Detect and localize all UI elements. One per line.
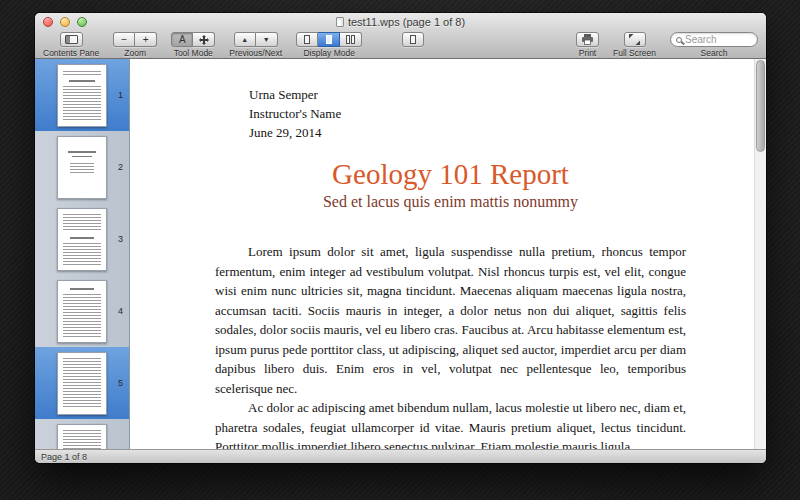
extra-tool-button[interactable] [402, 32, 424, 47]
thumbnail-row-partial[interactable] [35, 419, 129, 449]
print-label: Print [579, 48, 596, 58]
text-tool-icon: A [179, 34, 186, 45]
search-input[interactable] [685, 34, 745, 45]
contents-pane-button[interactable] [60, 32, 83, 47]
thumbnail-row-1[interactable]: 1 [35, 59, 129, 131]
extra-tool-icon [410, 35, 416, 44]
print-group: Print [576, 32, 599, 58]
full-screen-button[interactable] [624, 32, 646, 47]
text-select-tool-button[interactable]: A [171, 32, 193, 47]
contents-pane-group: Contents Pane [43, 32, 99, 58]
window-content: 1 2 3 [35, 59, 766, 449]
printer-icon [581, 34, 594, 45]
thumbnail-row-2[interactable]: 2 [35, 131, 129, 203]
previous-page-button[interactable]: ▲ [234, 32, 256, 47]
minus-icon: − [121, 34, 127, 45]
full-screen-label: Full Screen [613, 48, 656, 58]
window-controls [43, 17, 87, 27]
document-body: Lorem ipsum dolor sit amet, ligula suspe… [215, 242, 686, 449]
minimize-button[interactable] [60, 17, 70, 27]
thumbnails-sidebar: 1 2 3 [35, 59, 130, 449]
sidebar-panel-icon [65, 35, 78, 44]
previous-next-label: Previous/Next [229, 48, 282, 58]
continuous-page-icon [326, 35, 332, 44]
tool-mode-label: Tool Mode [174, 48, 213, 58]
search-icon [676, 37, 682, 43]
close-button[interactable] [43, 17, 53, 27]
author-block: Urna Semper Instructor's Name June 29, 2… [249, 85, 686, 142]
next-page-button[interactable]: ▼ [256, 32, 278, 47]
zoom-out-button[interactable]: − [113, 32, 135, 47]
app-window: test11.wps (page 1 of 8) Contents Pane −… [35, 13, 766, 463]
window-title: test11.wps (page 1 of 8) [336, 16, 465, 28]
tool-mode-group: A Tool Mode [171, 32, 215, 58]
page-number: 3 [118, 234, 123, 244]
up-arrow-icon: ▲ [241, 36, 248, 43]
window-chrome: test11.wps (page 1 of 8) Contents Pane −… [35, 13, 766, 59]
extra-tool-group [402, 32, 424, 47]
move-icon [199, 35, 209, 45]
paragraph: Ac dolor ac adipiscing amet bibendum nul… [215, 398, 686, 449]
document-date: June 29, 2014 [249, 123, 686, 142]
thumbnail-page [57, 352, 107, 415]
continuous-page-button[interactable] [318, 32, 340, 47]
page-number: 1 [118, 90, 123, 100]
facing-pages-button[interactable] [340, 32, 362, 47]
zoom-group: − + Zoom [113, 32, 157, 58]
document-icon [336, 17, 344, 27]
zoom-in-button[interactable]: + [135, 32, 157, 47]
print-button[interactable] [576, 32, 599, 47]
thumbnail-page [57, 208, 107, 271]
single-page-button[interactable] [296, 32, 318, 47]
document-title: Geology 101 Report [215, 158, 686, 191]
full-screen-group: Full Screen [613, 32, 656, 58]
thumbnail-page [57, 64, 107, 127]
search-field[interactable] [670, 32, 758, 47]
thumbnail-row-5[interactable]: 5 [35, 347, 129, 419]
thumbnail-page [57, 136, 107, 199]
pan-tool-button[interactable] [193, 32, 215, 47]
thumbnail-row-4[interactable]: 4 [35, 275, 129, 347]
titlebar: test11.wps (page 1 of 8) [35, 13, 766, 30]
zoom-window-button[interactable] [77, 17, 87, 27]
page-number: 2 [118, 162, 123, 172]
page-number: 5 [118, 378, 123, 388]
toolbar: Contents Pane − + Zoom A Tool Mode [35, 30, 766, 58]
instructor-name: Instructor's Name [249, 104, 686, 123]
contents-pane-label: Contents Pane [43, 48, 99, 58]
scrollbar-thumb[interactable] [756, 60, 765, 152]
display-mode-group: Display Mode [296, 32, 362, 58]
window-title-text: test11.wps (page 1 of 8) [348, 16, 465, 28]
zoom-label: Zoom [124, 48, 146, 58]
author-name: Urna Semper [249, 85, 686, 104]
thumbnail-page [57, 280, 107, 343]
vertical-scrollbar[interactable] [754, 59, 766, 449]
display-mode-label: Display Mode [303, 48, 355, 58]
document-page: Urna Semper Instructor's Name June 29, 2… [130, 59, 754, 449]
search-label: Search [701, 48, 728, 58]
facing-pages-icon [346, 35, 355, 44]
paragraph: Lorem ipsum dolor sit amet, ligula suspe… [215, 242, 686, 398]
full-screen-icon [629, 34, 640, 45]
page-number: 4 [118, 306, 123, 316]
page-status-text: Page 1 of 8 [41, 452, 87, 462]
statusbar: Page 1 of 8 [35, 449, 766, 463]
thumbnail-page [57, 424, 107, 450]
document-area: Urna Semper Instructor's Name June 29, 2… [130, 59, 766, 449]
down-arrow-icon: ▼ [263, 36, 270, 43]
thumbnail-row-3[interactable]: 3 [35, 203, 129, 275]
plus-icon: + [143, 34, 149, 45]
document-subtitle: Sed et lacus quis enim mattis nonummy [215, 192, 686, 212]
previous-next-group: ▲ ▼ Previous/Next [229, 32, 282, 58]
single-page-icon [304, 35, 310, 44]
search-group: Search [670, 32, 758, 58]
